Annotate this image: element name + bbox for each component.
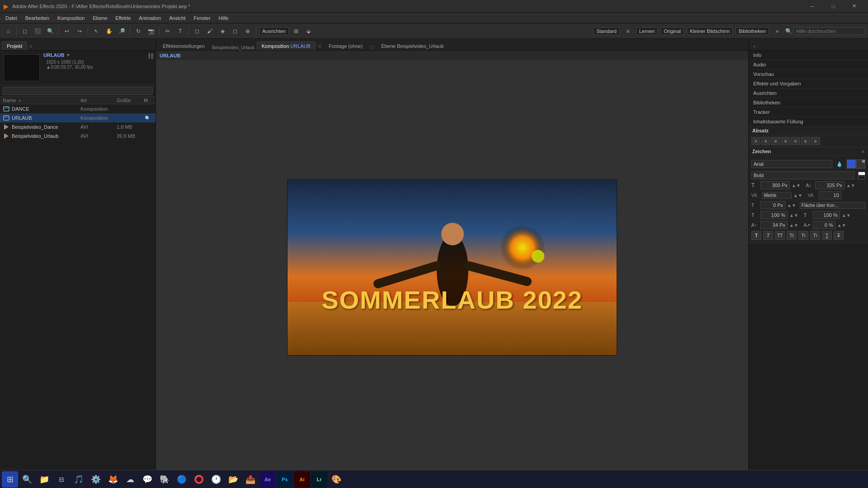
tab-komposition[interactable]: Komposition URLAUB [257,42,316,50]
project-item-dance-footage[interactable]: Beispielvideo_Dance AVI 1,8 MB [0,122,156,131]
ausrichten-button[interactable]: Ausrichten [259,27,289,35]
close-button[interactable]: ✕ [844,0,864,13]
taskbar-circle[interactable]: ⭕ [191,471,207,488]
black-swatch[interactable] [858,176,865,179]
taskbar-music[interactable]: 🎵 [71,471,87,488]
menu-ebene[interactable]: Ebene [89,14,111,22]
taskbar-upload[interactable]: 📤 [242,471,259,488]
taskbar-elephant[interactable]: 🐘 [156,471,173,488]
taskbar-firefox[interactable]: 🦊 [105,471,121,488]
undo-tool[interactable]: ↩ [61,26,72,37]
baseline-field[interactable] [760,221,788,229]
minimize-button[interactable]: ─ [802,0,823,13]
project-search-input[interactable] [3,87,153,95]
align-icon[interactable]: ⊞ [291,26,302,37]
font-size-field[interactable] [760,181,790,189]
tab-close[interactable]: ✕ [316,42,323,50]
menu-komposition[interactable]: Komposition [54,14,89,22]
stroke-size-field[interactable] [760,201,785,209]
text-tool[interactable]: T [175,26,186,37]
height-scale-field[interactable] [813,211,840,219]
baseline-stepper[interactable]: ▲▼ [789,223,798,228]
leading-stepper[interactable]: ▲▼ [846,183,855,188]
stroke-color-swatch[interactable] [856,160,865,169]
align-left-btn[interactable]: ≡ [751,137,760,145]
select-tool[interactable]: ↖ [91,26,102,37]
menu-ansicht[interactable]: Ansicht [165,14,189,22]
font-select[interactable]: Arial [751,160,832,168]
workspace-label[interactable]: Standard [593,27,620,35]
zoom-tool[interactable]: 🔎 [116,26,127,37]
taskbar-folder[interactable]: 📂 [225,471,241,488]
font-style-select[interactable]: Bold Regular Italic [751,171,854,179]
panel-item-bibliotheken[interactable]: Bibliotheken [749,98,868,108]
hand-tool[interactable]: ✋ [104,26,114,37]
taskbar-photoshop[interactable]: Ps [277,471,293,488]
fill-color-swatch[interactable] [847,160,856,169]
taskbar-illustrator[interactable]: Ai [294,471,310,488]
width-scale-field[interactable] [760,211,788,219]
project-item-urlaub[interactable]: URLAUB Komposition [0,113,156,122]
maximize-button[interactable]: □ [823,0,844,13]
all-caps-btn[interactable]: TT [775,231,785,240]
superscript-btn[interactable]: Tt [798,231,808,240]
taskbar-lightroom[interactable]: Lr [311,471,327,488]
panel-item-info[interactable]: Info [749,51,868,60]
taskbar-start[interactable]: ⊞ [2,471,18,488]
snap-icon[interactable]: ⬙ [303,26,314,37]
tab-effekteinstellungen[interactable]: Effekteinstellungen [158,42,210,50]
tab-footage[interactable]: Footage (ohne) [324,42,368,50]
panel-item-tracker[interactable]: Tracker [749,108,868,117]
taskbar-grid[interactable]: ⊟ [53,471,70,488]
bibliotheken-label[interactable]: Bibliotheken [736,27,769,35]
underline-btn[interactable]: T [822,231,832,240]
align-justify-right-btn[interactable]: ≡ [811,137,820,145]
align-right-btn[interactable]: ≡ [771,137,780,145]
tab-projekt[interactable]: Projekt [2,42,27,50]
panel-item-audio[interactable]: Audio [749,60,868,70]
eraser-tool[interactable]: ◻ [230,26,241,37]
kerning-stepper[interactable]: ▲▼ [793,193,802,198]
taskbar-messenger[interactable]: 💬 [139,471,156,488]
taskbar-paint[interactable]: 🎨 [328,471,344,488]
panel-item-effekte[interactable]: Effekte und Vorgaben [749,79,868,89]
font-eyedropper[interactable]: 💧 [834,159,845,169]
align-justify-left-btn[interactable]: ≡ [781,137,790,145]
panel-item-inhaltsbasiert[interactable]: Inhaltsbasierte Füllung [749,117,868,127]
taskbar-aftereffects[interactable]: Ae [259,471,276,488]
panel-item-ausrichten[interactable]: Ausrichten [749,89,868,98]
search-tool[interactable]: 🔍 [45,26,56,37]
link-icon[interactable]: ⛓ [147,52,154,83]
taskbar-cloud[interactable]: ☁ [122,471,138,488]
panel-item-vorschau[interactable]: Vorschau [749,70,868,79]
home-tool[interactable]: ⌂ [3,26,14,37]
comp-dropdown-icon[interactable]: ▼ [66,53,70,57]
sort-icon[interactable]: ▲ [18,98,22,103]
new-comp-tool[interactable]: ◻ [19,26,30,37]
strikethrough-btn[interactable]: T [834,231,844,240]
taskbar-facebook[interactable]: 🔵 [174,471,190,488]
tsumi-stepper[interactable]: ▲▼ [837,223,846,228]
height-stepper[interactable]: ▲▼ [842,213,851,218]
taskbar-files[interactable]: 📁 [36,471,52,488]
leading-field[interactable] [815,181,844,189]
align-justify-center-btn[interactable]: ≡ [791,137,800,145]
project-item-urlaub-footage[interactable]: Beispielvideo_Urlaub AVI 39,9 MB [0,131,156,141]
menu-bearbeiten[interactable]: Bearbeiten [22,14,53,22]
small-caps-btn[interactable]: Tt [787,231,797,240]
comp-name-tab[interactable]: URLAUB [160,53,180,58]
width-stepper[interactable]: ▲▼ [789,213,798,218]
zeichen-menu[interactable]: ≡ [862,149,864,154]
white-swatch[interactable] [858,172,865,175]
stroke-stepper[interactable]: ▲▼ [787,203,796,208]
align-center-btn[interactable]: ≡ [761,137,770,145]
kerning-select[interactable]: Metrik Optisch [762,192,792,199]
camera-tool[interactable]: 📷 [146,26,156,37]
taskbar-settings[interactable]: ⚙️ [88,471,104,488]
menu-animation[interactable]: Animation [135,14,165,22]
menu-effekte[interactable]: Effekte [112,14,134,22]
pen-tool[interactable]: ✏ [162,26,173,37]
tsumi-field[interactable] [813,221,835,229]
rotate-tool[interactable]: ↻ [133,26,144,37]
redo-tool[interactable]: ↪ [74,26,85,37]
